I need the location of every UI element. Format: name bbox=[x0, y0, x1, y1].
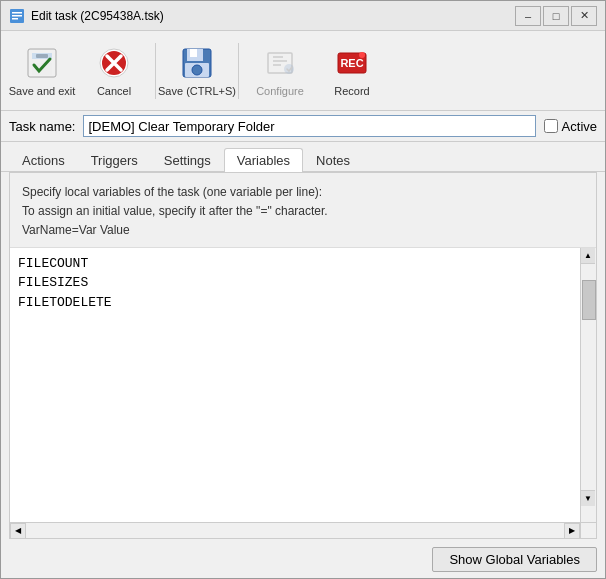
save-label: Save (CTRL+S) bbox=[158, 85, 236, 97]
show-global-variables-button[interactable]: Show Global Variables bbox=[432, 547, 597, 572]
svg-rect-5 bbox=[36, 54, 48, 58]
instructions: Specify local variables of the task (one… bbox=[10, 173, 596, 248]
svg-rect-2 bbox=[12, 15, 22, 17]
scrollbar-horizontal[interactable]: ◀ ▶ bbox=[10, 522, 580, 538]
window-title: Edit task (2C95438A.tsk) bbox=[31, 9, 515, 23]
svg-point-21 bbox=[359, 52, 365, 58]
cancel-icon bbox=[96, 45, 132, 81]
tab-actions[interactable]: Actions bbox=[9, 148, 78, 172]
record-label: Record bbox=[334, 85, 369, 97]
window-icon bbox=[9, 8, 25, 24]
scroll-up-btn[interactable]: ▲ bbox=[581, 248, 595, 264]
instructions-line3: VarName=Var Value bbox=[22, 221, 584, 240]
close-button[interactable]: ✕ bbox=[571, 6, 597, 26]
instructions-line1: Specify local variables of the task (one… bbox=[22, 183, 584, 202]
maximize-button[interactable]: □ bbox=[543, 6, 569, 26]
svg-rect-11 bbox=[190, 49, 197, 57]
task-name-row: Task name: Active bbox=[1, 111, 605, 142]
configure-label: Configure bbox=[256, 85, 304, 97]
cancel-button[interactable]: Cancel bbox=[79, 37, 149, 105]
task-name-label: Task name: bbox=[9, 119, 75, 134]
tab-notes[interactable]: Notes bbox=[303, 148, 363, 172]
cancel-label: Cancel bbox=[97, 85, 131, 97]
title-controls: – □ ✕ bbox=[515, 6, 597, 26]
active-checkbox[interactable] bbox=[544, 119, 558, 133]
tab-settings[interactable]: Settings bbox=[151, 148, 224, 172]
svg-rect-3 bbox=[12, 18, 18, 20]
save-button[interactable]: Save (CTRL+S) bbox=[162, 37, 232, 105]
tabs-bar: Actions Triggers Settings Variables Note… bbox=[1, 142, 605, 172]
task-name-input[interactable] bbox=[83, 115, 535, 137]
save-exit-icon bbox=[24, 45, 60, 81]
scroll-left-btn[interactable]: ◀ bbox=[10, 523, 26, 539]
svg-rect-1 bbox=[12, 12, 22, 14]
variables-area: ▲ ▼ ◀ ▶ bbox=[10, 248, 596, 538]
tab-triggers[interactable]: Triggers bbox=[78, 148, 151, 172]
save-icon bbox=[179, 45, 215, 81]
configure-button[interactable]: Configure bbox=[245, 37, 315, 105]
configure-icon bbox=[262, 45, 298, 81]
window: Edit task (2C95438A.tsk) – □ ✕ bbox=[0, 0, 606, 579]
active-checkbox-row: Active bbox=[544, 119, 597, 134]
variables-textarea[interactable] bbox=[10, 248, 596, 538]
svg-point-13 bbox=[192, 65, 202, 75]
record-button[interactable]: REC Record bbox=[317, 37, 387, 105]
scroll-track-h bbox=[26, 523, 564, 539]
svg-point-18 bbox=[284, 64, 294, 74]
scroll-thumb-v[interactable] bbox=[582, 280, 596, 320]
tab-variables[interactable]: Variables bbox=[224, 148, 303, 172]
main-content: Specify local variables of the task (one… bbox=[9, 172, 597, 539]
toolbar-separator-1 bbox=[155, 43, 156, 99]
svg-text:REC: REC bbox=[340, 57, 363, 69]
record-icon: REC bbox=[334, 45, 370, 81]
instructions-line2: To assign an initial value, specify it a… bbox=[22, 202, 584, 221]
scrollbar-vertical[interactable]: ▲ ▼ bbox=[580, 248, 596, 522]
footer: Show Global Variables bbox=[1, 543, 605, 578]
save-and-exit-button[interactable]: Save and exit bbox=[7, 37, 77, 105]
save-exit-label: Save and exit bbox=[9, 85, 76, 97]
active-label[interactable]: Active bbox=[562, 119, 597, 134]
minimize-button[interactable]: – bbox=[515, 6, 541, 26]
scroll-right-btn[interactable]: ▶ bbox=[564, 523, 580, 539]
scroll-corner bbox=[580, 522, 596, 538]
scroll-down-btn[interactable]: ▼ bbox=[581, 490, 595, 506]
toolbar: Save and exit Cancel bbox=[1, 31, 605, 111]
toolbar-separator-2 bbox=[238, 43, 239, 99]
title-bar: Edit task (2C95438A.tsk) – □ ✕ bbox=[1, 1, 605, 31]
